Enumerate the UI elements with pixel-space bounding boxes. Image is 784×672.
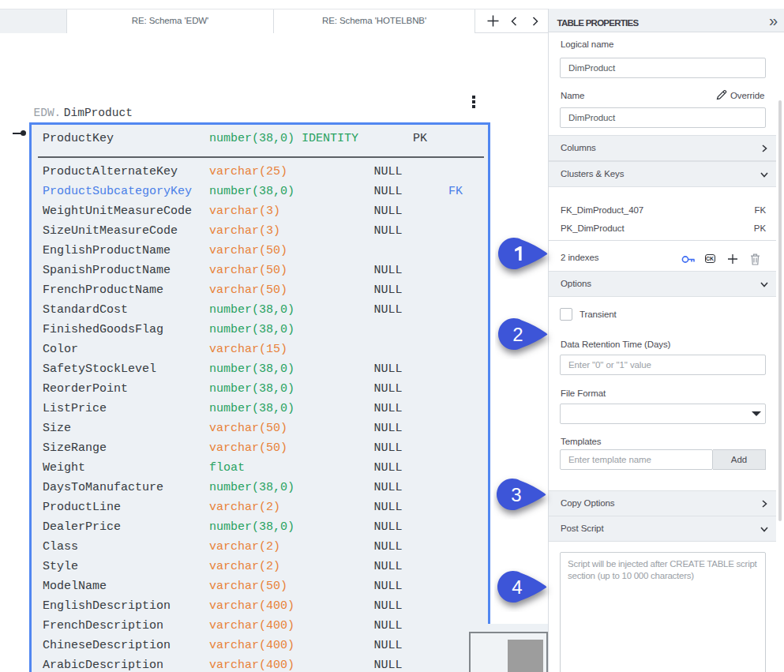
svg-text:2: 2 [512, 324, 523, 345]
svg-text:3: 3 [511, 485, 521, 506]
svg-text:4: 4 [512, 576, 522, 598]
